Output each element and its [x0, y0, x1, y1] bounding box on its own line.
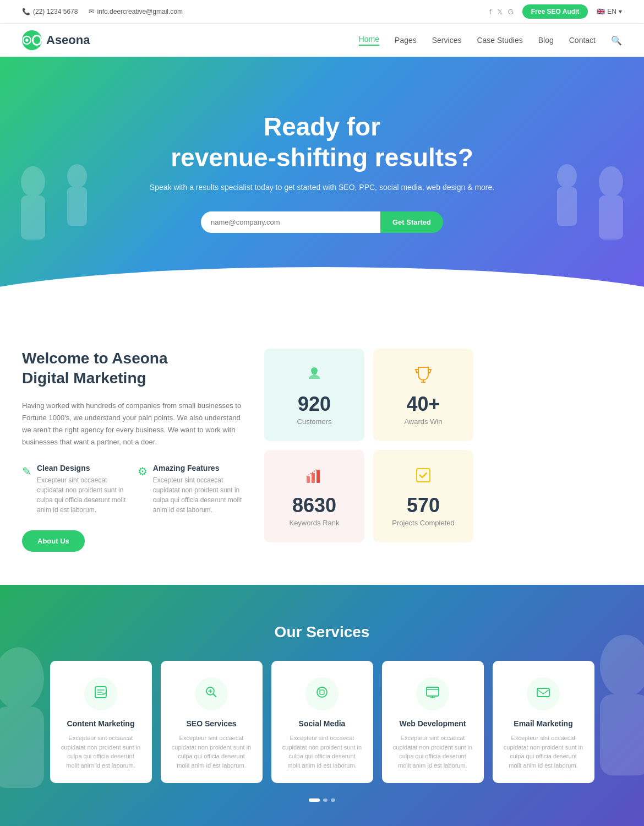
header: Aseona Home Pages Services Case Studies …	[0, 24, 644, 57]
nav-blog[interactable]: Blog	[538, 36, 554, 45]
service-card-social: Social Media Excepteur sint occaecat cup…	[271, 661, 373, 783]
services-content: Our Services Content Marketing Excepteur…	[22, 623, 622, 802]
email-contact: ✉ info.deercreative@gmail.com	[89, 8, 183, 15]
hero-section: Ready for revenue-shifting results? Spea…	[0, 57, 644, 310]
services-title-text: Our Services	[275, 623, 370, 640]
topbar-right: f 𝕏 G Free SEO Audit 🇬🇧 EN ▾	[489, 4, 622, 19]
feature-amazing-features: ⚙ Amazing Features Excepteur sint occaec…	[138, 464, 242, 515]
awards-number: 40+	[406, 394, 440, 414]
email-desc: Excepteur sint occaecat cupidatat non pr…	[504, 733, 583, 770]
hero-people-right	[545, 149, 633, 271]
social-icons: f 𝕏 G	[489, 8, 514, 16]
social-name: Social Media	[282, 719, 362, 728]
google-icon[interactable]: G	[508, 8, 514, 16]
nav-case-studies[interactable]: Case Studies	[477, 36, 522, 45]
stat-card-customers: 920 Customers	[264, 349, 364, 441]
svg-rect-24	[427, 687, 439, 696]
services-section: Our Services Content Marketing Excepteur…	[0, 585, 644, 826]
keywords-label: Keywords Rank	[289, 519, 339, 527]
content-marketing-desc: Excepteur sint occaecat cupidatat non pr…	[61, 733, 141, 770]
svg-rect-22	[320, 690, 324, 694]
chevron-down-icon: ▾	[619, 8, 622, 15]
seo-audit-button[interactable]: Free SEO Audit	[522, 4, 588, 19]
hero-title-line1: Ready for	[264, 112, 380, 141]
web-desc: Excepteur sint occaecat cupidatat non pr…	[393, 733, 473, 770]
email-name: Email Marketing	[504, 719, 583, 728]
service-card-web: Web Development Excepteur sint occaecat …	[382, 661, 484, 783]
web-icon	[425, 684, 440, 703]
nav-pages[interactable]: Pages	[395, 36, 417, 45]
service-card-seo: SEO Services Excepteur sint occaecat cup…	[161, 661, 263, 783]
web-name: Web Development	[393, 719, 473, 728]
logo-svg	[22, 35, 32, 46]
logo-text: Aseona	[46, 33, 90, 47]
dot-1[interactable]	[309, 798, 320, 802]
svg-rect-25	[537, 688, 549, 697]
topbar: 📞 (22) 1234 5678 ✉ info.deercreative@gma…	[0, 0, 644, 24]
clean-designs-icon: ✎	[22, 465, 31, 478]
svg-point-1	[25, 39, 28, 41]
phone-contact: 📞 (22) 1234 5678	[22, 8, 78, 15]
keywords-icon	[304, 465, 324, 489]
svg-point-2	[21, 166, 45, 197]
about-us-button[interactable]: About Us	[22, 530, 85, 552]
stat-card-awards: 40+ Awards Win	[373, 349, 473, 441]
features-grid: ✎ Clean Designs Excepteur sint occaecat …	[22, 464, 242, 515]
nav-home[interactable]: Home	[359, 35, 379, 46]
service-card-email: Email Marketing Excepteur sint occaecat …	[493, 661, 594, 783]
services-title: Our Services	[22, 623, 622, 641]
email-address: info.deercreative@gmail.com	[97, 8, 183, 15]
email-service-icon	[536, 684, 551, 703]
svg-point-4	[67, 164, 87, 188]
facebook-icon[interactable]: f	[489, 8, 492, 16]
hero-people-left	[11, 149, 99, 271]
hero-get-started-button[interactable]: Get Started	[380, 211, 443, 233]
projects-icon	[413, 465, 433, 489]
flag-icon: 🇬🇧	[597, 8, 605, 15]
stats-right: 920 Customers 40+ Awards Win	[264, 349, 473, 542]
hero-email-input[interactable]	[201, 211, 380, 233]
svg-rect-11	[307, 476, 310, 483]
dot-3[interactable]	[331, 798, 335, 802]
svg-rect-12	[312, 473, 315, 483]
web-icon-wrap	[416, 677, 449, 710]
main-nav: Home Pages Services Case Studies Blog Co…	[359, 35, 622, 46]
content-marketing-icon	[93, 684, 108, 703]
seo-name: SEO Services	[172, 719, 252, 728]
clean-designs-desc: Excepteur sint occaecat cupidatat non pr…	[37, 475, 127, 515]
amazing-features-title: Amazing Features	[153, 464, 242, 472]
search-icon[interactable]: 🔍	[611, 35, 622, 46]
language-selector[interactable]: 🇬🇧 EN ▾	[597, 8, 622, 15]
service-card-content-marketing: Content Marketing Excepteur sint occaeca…	[50, 661, 152, 783]
twitter-icon[interactable]: 𝕏	[497, 8, 503, 16]
content-marketing-icon-wrap	[84, 677, 117, 710]
customers-number: 920	[298, 394, 331, 414]
amazing-features-icon: ⚙	[138, 465, 148, 478]
logo[interactable]: Aseona	[22, 30, 90, 50]
customers-label: Customers	[297, 417, 332, 426]
lang-label: EN	[607, 8, 616, 15]
hero-subtitle: Speak with a results specialist today to…	[150, 183, 494, 192]
hero-title: Ready for revenue-shifting results?	[150, 112, 494, 172]
dot-2[interactable]	[323, 798, 328, 802]
nav-contact[interactable]: Contact	[569, 36, 596, 45]
awards-label: Awards Win	[404, 417, 442, 426]
clean-designs-text: Clean Designs Excepteur sint occaecat cu…	[37, 464, 127, 515]
stats-heading-line1: Welcome to Aseona	[22, 350, 168, 367]
phone-icon: 📞	[22, 8, 30, 15]
hero-content: Ready for revenue-shifting results? Spea…	[150, 112, 494, 232]
nav-services[interactable]: Services	[432, 36, 462, 45]
stats-heading-line2: Digital Marketing	[22, 369, 146, 387]
email-icon: ✉	[89, 8, 94, 15]
svg-rect-13	[316, 470, 320, 483]
svg-rect-5	[67, 187, 87, 226]
svg-rect-23	[318, 688, 320, 690]
seo-icon	[204, 684, 219, 703]
awards-icon	[413, 364, 433, 388]
projects-number: 570	[407, 496, 440, 515]
content-marketing-name: Content Marketing	[61, 719, 141, 728]
services-grid: Content Marketing Excepteur sint occaeca…	[22, 661, 622, 783]
stat-card-keywords: 8630 Keywords Rank	[264, 450, 364, 542]
feature-clean-designs: ✎ Clean Designs Excepteur sint occaecat …	[22, 464, 127, 515]
amazing-features-text: Amazing Features Excepteur sint occaecat…	[153, 464, 242, 515]
